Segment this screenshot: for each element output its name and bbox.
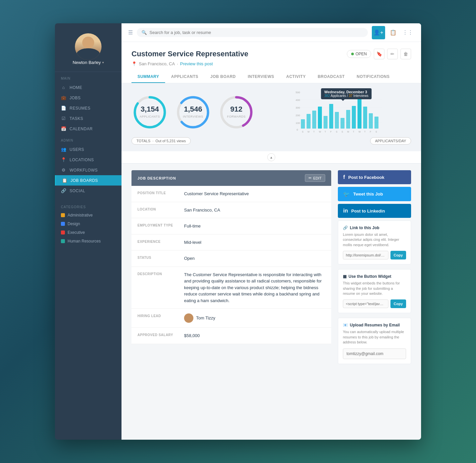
svg-text:F: F: [330, 131, 332, 133]
category-administrative[interactable]: Administrative: [55, 211, 121, 220]
bookmark-button[interactable]: 🔖: [374, 49, 384, 59]
category-executive[interactable]: Executive: [55, 228, 121, 237]
sidebar-item-jobs[interactable]: 💼 JoBS: [55, 93, 121, 103]
sidebar-item-job-boards[interactable]: 📋 JOB BOARDS: [55, 175, 121, 186]
svg-text:W: W: [319, 131, 321, 133]
collapse-button[interactable]: ▲: [267, 153, 275, 161]
label-status: STATUS: [137, 255, 177, 259]
svg-text:W: W: [358, 131, 361, 133]
field-salary: APPROVED SALARY $58,000: [131, 328, 331, 344]
applicants-label: APPLICANTS: [139, 115, 160, 118]
sidebar-item-locations[interactable]: 📍 LOCATIONS: [55, 155, 121, 165]
menu-icon[interactable]: ☰: [128, 29, 133, 36]
users-icon: 👥: [61, 147, 66, 152]
link-desc: Lorem ipsum dolor sit amet, consectetur …: [343, 232, 406, 247]
tab-notifications[interactable]: NOTIFICATIONS: [351, 71, 396, 83]
resumes-icon: 📄: [61, 106, 66, 111]
tab-activity[interactable]: ACTIVITY: [280, 71, 312, 83]
post-linkedin-button[interactable]: in Post to Linkedin: [338, 204, 411, 218]
category-dot-administrative: [61, 213, 65, 217]
category-design[interactable]: Design: [55, 220, 121, 228]
main-section-label: Main: [55, 72, 121, 82]
field-position-title: POSITION TITLE Customer Service Represen…: [131, 186, 331, 202]
categories-label: Categories: [55, 201, 121, 211]
jobs-icon: 💼: [61, 95, 66, 100]
widget-title: ▦ Use the Button Widget: [343, 274, 406, 279]
right-panel: f Post to Facebook 🐦 Tweet this Job in P…: [338, 170, 411, 433]
preview-link[interactable]: Preview this post: [180, 61, 213, 66]
linkedin-icon: in: [343, 208, 348, 214]
social-icon: 🔗: [61, 188, 66, 193]
svg-text:S: S: [342, 131, 343, 133]
svg-rect-23: [335, 112, 339, 129]
tab-interviews[interactable]: INTERVIEWS: [242, 71, 280, 83]
locations-icon: 📍: [61, 157, 66, 162]
grid-button[interactable]: ⋮⋮: [401, 26, 414, 39]
nav-label-jobs: JoBS: [70, 96, 81, 100]
forwards-stat: 912 FORWARDS: [218, 94, 255, 131]
value-location: San Francisco, CA: [184, 207, 325, 214]
nav-label-resumes: RESUMES: [70, 106, 91, 111]
tab-broadcast[interactable]: BROADCAST: [312, 71, 351, 83]
hiring-lead-name: Tom Tizzy: [196, 315, 215, 321]
search-input[interactable]: [149, 30, 363, 35]
link-copy-button[interactable]: Copy: [390, 251, 406, 259]
svg-text:T: T: [325, 131, 326, 133]
tooltip-applicants: 382: [324, 94, 330, 98]
job-location: San Francisco, CA: [139, 61, 175, 66]
tab-job-board[interactable]: JOB BOARD: [204, 71, 242, 83]
value-employment-type: Full-time: [184, 223, 325, 230]
views-text: Out of 5,231 views: [155, 139, 186, 143]
add-person-button[interactable]: 👤+: [372, 26, 385, 39]
upload-email-input[interactable]: [343, 348, 406, 359]
tooltip-interviews: 37: [349, 94, 353, 98]
svg-text:0: 0: [297, 128, 298, 131]
edit-button[interactable]: ✏: [387, 49, 398, 59]
sidebar-item-workflows[interactable]: ⚙ WORKFLOWS: [55, 165, 121, 175]
chart-area: Wednesday, December 3 382 Applicants / 3…: [261, 90, 411, 135]
tweet-job-button[interactable]: 🐦 Tweet this Job: [338, 187, 411, 201]
totals-badge: TOTALS · Out of 5,231 views: [131, 137, 191, 145]
sidebar-item-tasks[interactable]: ☑ TASKS: [55, 113, 121, 124]
location-pin-icon: 📍: [131, 61, 137, 66]
separator: ·: [177, 61, 178, 66]
calendar-icon: 📅: [61, 126, 66, 131]
interviews-count: 1,546: [183, 106, 203, 113]
applicants-day-label: APPLICANTS/DAY: [375, 139, 406, 143]
sidebar-item-users[interactable]: 👥 USERS: [55, 144, 121, 155]
upload-icon: 📧: [343, 323, 348, 327]
svg-text:T: T: [364, 131, 366, 133]
sidebar: Newton Barley ▾ Main ⌂ HOME 💼 JoBS 📄 RES…: [55, 23, 121, 440]
sidebar-item-home[interactable]: ⌂ HOME: [55, 82, 121, 93]
topbar-actions: 👤+ 📋 ⋮⋮: [372, 26, 414, 39]
nav-label-locations: LOCATIONS: [70, 158, 94, 162]
widget-copy-button[interactable]: Copy: [390, 299, 406, 308]
svg-text:200: 200: [296, 114, 300, 117]
svg-rect-24: [341, 118, 345, 129]
edit-job-button[interactable]: ✏ EDIT: [305, 174, 325, 182]
field-hiring-lead: HIRING LEAD Tom Tizzy: [131, 309, 331, 328]
calendar-topbar-button[interactable]: 📋: [386, 26, 400, 39]
delete-button[interactable]: 🗑: [400, 49, 411, 59]
user-name-dropdown[interactable]: Newton Barley ▾: [73, 60, 104, 65]
collapse-section: ▲: [121, 151, 421, 164]
svg-text:100: 100: [296, 122, 300, 125]
applicants-count: 3,154: [139, 106, 160, 113]
tab-summary[interactable]: SUMMARY: [131, 71, 165, 83]
sidebar-item-resumes[interactable]: 📄 RESUMES: [55, 103, 121, 113]
value-salary: $58,000: [184, 332, 325, 339]
post-facebook-button[interactable]: f Post to Facebook: [338, 170, 411, 184]
status-badge[interactable]: OPEN: [347, 50, 371, 58]
nav-label-calendar: CALENDAR: [70, 127, 93, 131]
category-label-hr: Human Resources: [68, 239, 101, 243]
field-experience: EXPERIENCE Mid-level: [131, 234, 331, 251]
category-dot-hr: [61, 239, 65, 243]
category-hr[interactable]: Human Resources: [55, 237, 121, 245]
button-widget-section: ▦ Use the Button Widget This widget embe…: [338, 269, 411, 313]
forwards-label: FORWARDS: [227, 115, 246, 118]
sidebar-item-social[interactable]: 🔗 SOCIAL: [55, 186, 121, 196]
upload-email-section: 📧 Upload Resumes by Email You can automa…: [338, 318, 411, 364]
sidebar-item-calendar[interactable]: 📅 CALENDAR: [55, 124, 121, 134]
tab-applicants[interactable]: APPLICANTS: [165, 71, 204, 83]
tooltip-stats: 382 Applicants / 37 Interviews: [324, 94, 368, 98]
